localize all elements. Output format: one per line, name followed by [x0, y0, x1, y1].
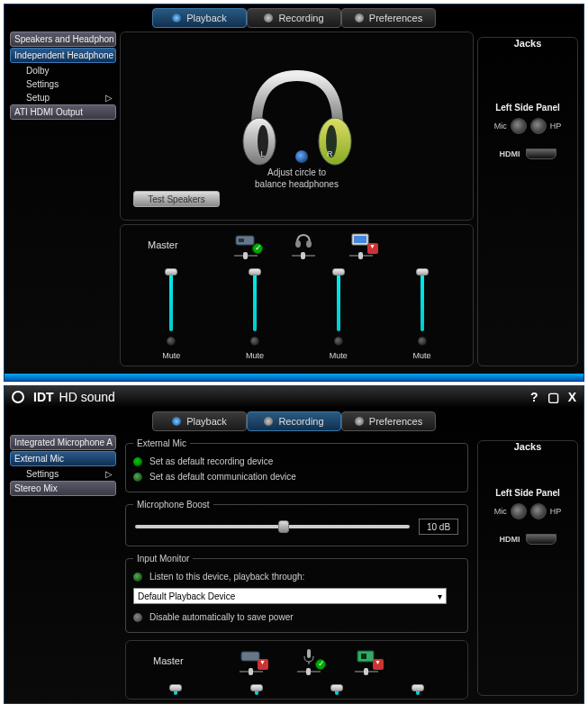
headphone-balance-panel: L R Adjust circle tobalance headphones T… — [120, 32, 474, 221]
device-headphones-icon[interactable] — [290, 230, 317, 250]
mute-button[interactable] — [334, 337, 343, 346]
device-soundcard-icon[interactable] — [232, 230, 259, 250]
download-icon — [367, 243, 378, 254]
mic-boost-group: Microphone Boost 10 dB — [125, 500, 468, 546]
tab-bar: Playback Recording Preferences — [5, 411, 583, 431]
tab-bar: Playback Recording Preferences — [5, 8, 583, 28]
group-legend: Input Monitor — [133, 554, 193, 564]
mute-label: Mute — [330, 351, 348, 360]
mic-boost-value: 10 dB — [419, 519, 458, 535]
check-icon — [315, 659, 326, 670]
sidebar: Integrated Microphone A External Mic Set… — [10, 435, 116, 696]
jack-hp[interactable] — [530, 118, 547, 134]
svg-rect-9 — [354, 236, 366, 243]
tab-recording[interactable]: Recording — [247, 8, 341, 28]
mic-boost-slider[interactable] — [135, 525, 410, 528]
mixer-panel: Master Mute Mute — [120, 224, 474, 366]
main-area: L R Adjust circle tobalance headphones T… — [120, 32, 474, 366]
maximize-button[interactable]: ▢ — [547, 390, 559, 404]
volume-slider[interactable] — [174, 684, 177, 695]
tab-playback[interactable]: Playback — [152, 411, 247, 431]
brand-logo-text: IDT — [33, 390, 54, 404]
sidebar-item-external-mic[interactable]: External Mic — [10, 451, 116, 466]
volume-slider[interactable] — [416, 684, 420, 695]
preferences-icon — [355, 417, 364, 426]
option-label: Set as default communication device — [149, 472, 296, 482]
volume-slider[interactable] — [253, 268, 257, 331]
mixer-master-label: Master — [148, 239, 202, 250]
audio-window-recording: IDT HD sound ? ▢ X Playback Recording Pr… — [4, 385, 584, 704]
device-monitor-icon[interactable] — [348, 230, 375, 250]
jack-mic[interactable] — [511, 118, 527, 134]
volume-slider[interactable] — [255, 684, 258, 695]
jacks-panel-label: Left Side Panel — [495, 103, 560, 113]
radio-icon — [133, 613, 142, 622]
tab-preferences[interactable]: Preferences — [341, 411, 436, 431]
jack-hp-label: HP — [550, 507, 562, 516]
mute-button[interactable] — [418, 337, 427, 346]
jack-mic-label: Mic — [494, 507, 507, 516]
playback-device-dropdown[interactable]: Default Playback Device▾ — [133, 588, 447, 604]
tab-preferences[interactable]: Preferences — [341, 8, 436, 28]
volume-slider[interactable] — [337, 268, 340, 331]
balance-caption: Adjust circle tobalance headphones — [255, 167, 339, 190]
tab-label: Preferences — [369, 416, 422, 427]
preferences-icon — [355, 14, 364, 23]
disable-auto-save-power[interactable]: Disable automatically to save power — [133, 609, 460, 625]
sidebar-item-integrated-mic[interactable]: Integrated Microphone A — [10, 435, 116, 450]
jacks-panel: Jacks Left Side Panel Mic HP HDMI — [477, 440, 578, 696]
test-speakers-button[interactable]: Test Speakers — [133, 191, 220, 207]
sidebar-sub-dolby[interactable]: Dolby — [10, 64, 116, 77]
device-chip-icon[interactable] — [353, 646, 380, 666]
balance-control[interactable]: L R — [270, 152, 324, 161]
option-label: Listen to this device, playback through: — [149, 572, 304, 582]
jack-hp[interactable] — [530, 503, 547, 519]
main-area: External Mic Set as default recording de… — [120, 435, 474, 696]
radio-icon — [133, 573, 142, 582]
window-bottom-bar — [5, 374, 583, 381]
device-pan[interactable] — [292, 252, 315, 259]
mute-button[interactable] — [250, 337, 259, 346]
mute-button[interactable] — [167, 337, 176, 346]
volume-slider[interactable] — [421, 268, 424, 331]
chevron-right-icon: ▷ — [105, 469, 113, 479]
set-default-communication[interactable]: Set as default communication device — [133, 469, 460, 484]
input-monitor-group: Input Monitor Listen to this device, pla… — [125, 554, 468, 633]
sidebar-sub-setup[interactable]: Setup▷ — [10, 91, 116, 104]
download-icon — [258, 659, 268, 670]
device-mic-icon[interactable] — [295, 646, 322, 666]
help-button[interactable]: ? — [530, 390, 538, 404]
close-button[interactable]: X — [568, 390, 576, 404]
jacks-panel-label: Left Side Panel — [495, 488, 560, 498]
sidebar-sub-settings[interactable]: Settings — [10, 77, 116, 91]
playback-icon — [172, 417, 181, 426]
sidebar-item-hdmi[interactable]: ATI HDMI Output — [10, 104, 116, 120]
option-label: Disable automatically to save power — [149, 612, 294, 622]
jack-mic[interactable] — [511, 503, 527, 519]
hdmi-port[interactable] — [526, 149, 556, 159]
device-soundcard-icon[interactable] — [238, 646, 265, 666]
hdmi-label: HDMI — [500, 149, 520, 158]
volume-slider[interactable] — [169, 268, 173, 331]
sidebar-sub-settings[interactable]: Settings▷ — [10, 467, 116, 481]
headphones-icon — [225, 62, 369, 179]
recording-icon — [264, 14, 273, 23]
mute-label: Mute — [162, 351, 180, 360]
hdmi-port[interactable] — [526, 534, 556, 545]
hdmi-label: HDMI — [500, 535, 520, 544]
playback-icon — [172, 14, 181, 23]
sidebar-item-headphone[interactable]: Independent Headphone — [10, 48, 116, 63]
tab-recording[interactable]: Recording — [247, 411, 341, 431]
tab-playback[interactable]: Playback — [152, 8, 247, 28]
sidebar-item-speakers[interactable]: Speakers and Headphon — [10, 32, 116, 47]
svg-rect-15 — [361, 654, 366, 659]
balance-handle[interactable] — [295, 150, 308, 163]
check-icon — [252, 243, 263, 254]
slider-thumb[interactable] — [278, 520, 289, 533]
mute-label: Mute — [413, 351, 431, 360]
volume-slider[interactable] — [335, 684, 339, 695]
sidebar-item-stereo-mix[interactable]: Stereo Mix — [10, 481, 116, 496]
set-default-recording[interactable]: Set as default recording device — [133, 454, 460, 469]
option-label: Set as default recording device — [149, 456, 273, 466]
listen-to-device[interactable]: Listen to this device, playback through: — [133, 569, 460, 584]
